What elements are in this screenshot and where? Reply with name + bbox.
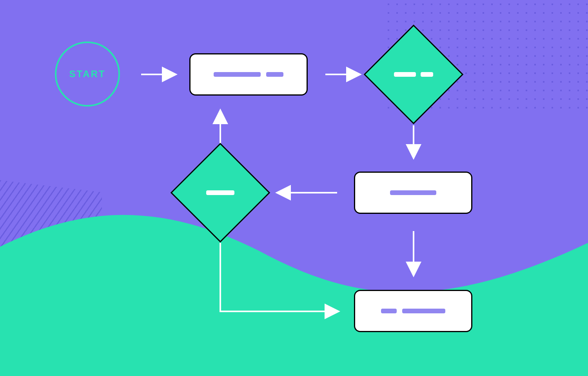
process-top-node bbox=[189, 53, 308, 96]
process-mid-right-node bbox=[354, 172, 472, 214]
placeholder-bar bbox=[402, 309, 445, 313]
process-bottom-right-node bbox=[354, 290, 472, 332]
placeholder-bar bbox=[394, 72, 416, 77]
placeholder-bar bbox=[206, 190, 234, 195]
start-label: START bbox=[69, 69, 105, 80]
flowchart-canvas: START bbox=[0, 0, 588, 376]
placeholder-bar bbox=[214, 72, 261, 77]
placeholder-bar bbox=[381, 309, 397, 313]
placeholder-bar bbox=[390, 190, 436, 195]
arrow-decision-left-to-process-bottom bbox=[220, 243, 337, 311]
start-node: START bbox=[55, 42, 120, 107]
placeholder-bar bbox=[421, 72, 433, 77]
placeholder-bar bbox=[266, 72, 283, 77]
